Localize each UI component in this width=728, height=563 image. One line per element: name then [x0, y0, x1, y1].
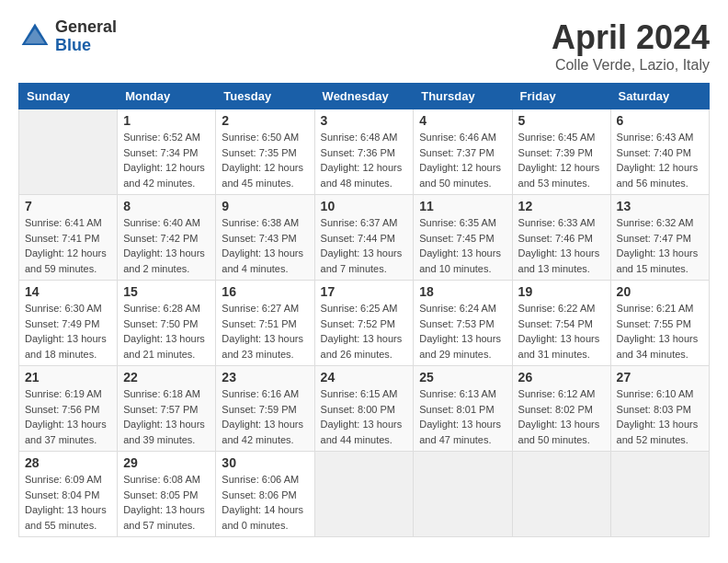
- day-info: Sunrise: 6:28 AM Sunset: 7:50 PM Dayligh…: [123, 301, 210, 362]
- day-number: 11: [419, 199, 506, 213]
- day-info: Sunrise: 6:24 AM Sunset: 7:53 PM Dayligh…: [419, 301, 506, 362]
- week-row-5: 28Sunrise: 6:09 AM Sunset: 8:04 PM Dayli…: [19, 452, 710, 537]
- day-info: Sunrise: 6:15 AM Sunset: 8:00 PM Dayligh…: [321, 386, 408, 447]
- logo-icon: [18, 20, 51, 53]
- calendar-cell: 4Sunrise: 6:46 AM Sunset: 7:37 PM Daylig…: [414, 109, 512, 195]
- day-number: 17: [321, 284, 408, 299]
- calendar: SundayMondayTuesdayWednesdayThursdayFrid…: [18, 83, 710, 537]
- day-number: 30: [222, 455, 308, 470]
- logo: General Blue: [18, 18, 117, 55]
- day-number: 8: [123, 199, 210, 213]
- day-info: Sunrise: 6:09 AM Sunset: 8:04 PM Dayligh…: [25, 472, 111, 533]
- day-info: Sunrise: 6:13 AM Sunset: 8:01 PM Dayligh…: [419, 386, 506, 447]
- title-block: April 2024 Colle Verde, Lazio, Italy: [552, 18, 710, 74]
- day-info: Sunrise: 6:37 AM Sunset: 7:44 PM Dayligh…: [321, 215, 408, 276]
- calendar-cell: [610, 452, 709, 537]
- day-info: Sunrise: 6:41 AM Sunset: 7:41 PM Dayligh…: [25, 215, 111, 276]
- calendar-cell: 23Sunrise: 6:16 AM Sunset: 7:59 PM Dayli…: [216, 366, 314, 452]
- day-number: 22: [123, 370, 210, 385]
- day-info: Sunrise: 6:35 AM Sunset: 7:45 PM Dayligh…: [419, 215, 506, 276]
- calendar-cell: 6Sunrise: 6:43 AM Sunset: 7:40 PM Daylig…: [610, 109, 709, 195]
- day-info: Sunrise: 6:16 AM Sunset: 7:59 PM Dayligh…: [222, 386, 308, 447]
- week-row-4: 21Sunrise: 6:19 AM Sunset: 7:56 PM Dayli…: [19, 366, 710, 452]
- day-number: 9: [222, 199, 308, 213]
- calendar-cell: 17Sunrise: 6:25 AM Sunset: 7:52 PM Dayli…: [314, 281, 414, 366]
- day-number: 12: [518, 199, 605, 213]
- calendar-cell: 20Sunrise: 6:21 AM Sunset: 7:55 PM Dayli…: [610, 281, 709, 366]
- calendar-cell: 30Sunrise: 6:06 AM Sunset: 8:06 PM Dayli…: [216, 452, 314, 537]
- calendar-cell: [314, 452, 414, 537]
- calendar-cell: 26Sunrise: 6:12 AM Sunset: 8:02 PM Dayli…: [512, 366, 610, 452]
- calendar-cell: 15Sunrise: 6:28 AM Sunset: 7:50 PM Dayli…: [118, 281, 216, 366]
- day-info: Sunrise: 6:52 AM Sunset: 7:34 PM Dayligh…: [123, 130, 210, 190]
- day-info: Sunrise: 6:45 AM Sunset: 7:39 PM Dayligh…: [518, 130, 605, 190]
- day-info: Sunrise: 6:06 AM Sunset: 8:06 PM Dayligh…: [222, 472, 308, 533]
- day-info: Sunrise: 6:38 AM Sunset: 7:43 PM Dayligh…: [222, 215, 308, 276]
- calendar-cell: 22Sunrise: 6:18 AM Sunset: 7:57 PM Dayli…: [118, 366, 216, 452]
- calendar-cell: 1Sunrise: 6:52 AM Sunset: 7:34 PM Daylig…: [118, 109, 216, 195]
- day-info: Sunrise: 6:30 AM Sunset: 7:49 PM Dayligh…: [25, 301, 111, 362]
- day-number: 29: [123, 455, 210, 470]
- weekday-header-tuesday: Tuesday: [216, 84, 314, 109]
- day-info: Sunrise: 6:22 AM Sunset: 7:54 PM Dayligh…: [518, 301, 605, 362]
- day-number: 24: [321, 370, 408, 385]
- location: Colle Verde, Lazio, Italy: [552, 57, 710, 74]
- day-number: 26: [518, 370, 605, 385]
- calendar-cell: 28Sunrise: 6:09 AM Sunset: 8:04 PM Dayli…: [19, 452, 118, 537]
- calendar-cell: [414, 452, 512, 537]
- day-number: 14: [25, 284, 111, 299]
- calendar-cell: 24Sunrise: 6:15 AM Sunset: 8:00 PM Dayli…: [314, 366, 414, 452]
- day-info: Sunrise: 6:46 AM Sunset: 7:37 PM Dayligh…: [419, 130, 506, 190]
- calendar-cell: 14Sunrise: 6:30 AM Sunset: 7:49 PM Dayli…: [19, 281, 118, 366]
- day-number: 18: [419, 284, 506, 299]
- day-number: 10: [321, 199, 408, 213]
- calendar-cell: 29Sunrise: 6:08 AM Sunset: 8:05 PM Dayli…: [118, 452, 216, 537]
- day-number: 3: [321, 113, 408, 128]
- day-number: 27: [617, 370, 703, 385]
- calendar-cell: [512, 452, 610, 537]
- week-row-2: 7Sunrise: 6:41 AM Sunset: 7:41 PM Daylig…: [19, 195, 710, 281]
- calendar-cell: 3Sunrise: 6:48 AM Sunset: 7:36 PM Daylig…: [314, 109, 414, 195]
- day-info: Sunrise: 6:43 AM Sunset: 7:40 PM Dayligh…: [617, 130, 703, 190]
- logo-blue: Blue: [55, 37, 117, 55]
- weekday-header-wednesday: Wednesday: [314, 84, 414, 109]
- weekday-header-thursday: Thursday: [414, 84, 512, 109]
- weekday-header-monday: Monday: [118, 84, 216, 109]
- day-number: 28: [25, 455, 111, 470]
- calendar-cell: 2Sunrise: 6:50 AM Sunset: 7:35 PM Daylig…: [216, 109, 314, 195]
- calendar-cell: 25Sunrise: 6:13 AM Sunset: 8:01 PM Dayli…: [414, 366, 512, 452]
- calendar-cell: [19, 109, 118, 195]
- day-number: 6: [617, 113, 703, 128]
- day-info: Sunrise: 6:21 AM Sunset: 7:55 PM Dayligh…: [617, 301, 703, 362]
- calendar-cell: 11Sunrise: 6:35 AM Sunset: 7:45 PM Dayli…: [414, 195, 512, 281]
- day-info: Sunrise: 6:25 AM Sunset: 7:52 PM Dayligh…: [321, 301, 408, 362]
- day-info: Sunrise: 6:19 AM Sunset: 7:56 PM Dayligh…: [25, 386, 111, 447]
- day-number: 5: [518, 113, 605, 128]
- calendar-cell: 21Sunrise: 6:19 AM Sunset: 7:56 PM Dayli…: [19, 366, 118, 452]
- day-info: Sunrise: 6:48 AM Sunset: 7:36 PM Dayligh…: [321, 130, 408, 190]
- day-info: Sunrise: 6:32 AM Sunset: 7:47 PM Dayligh…: [617, 215, 703, 276]
- page-header: General Blue April 2024 Colle Verde, Laz…: [18, 18, 710, 74]
- week-row-1: 1Sunrise: 6:52 AM Sunset: 7:34 PM Daylig…: [19, 109, 710, 195]
- day-info: Sunrise: 6:50 AM Sunset: 7:35 PM Dayligh…: [222, 130, 308, 190]
- day-number: 13: [617, 199, 703, 213]
- calendar-cell: 16Sunrise: 6:27 AM Sunset: 7:51 PM Dayli…: [216, 281, 314, 366]
- day-number: 25: [419, 370, 506, 385]
- day-number: 20: [617, 284, 703, 299]
- weekday-header-friday: Friday: [512, 84, 610, 109]
- week-row-3: 14Sunrise: 6:30 AM Sunset: 7:49 PM Dayli…: [19, 281, 710, 366]
- day-info: Sunrise: 6:27 AM Sunset: 7:51 PM Dayligh…: [222, 301, 308, 362]
- logo-general: General: [55, 18, 117, 37]
- calendar-cell: 18Sunrise: 6:24 AM Sunset: 7:53 PM Dayli…: [414, 281, 512, 366]
- day-info: Sunrise: 6:18 AM Sunset: 7:57 PM Dayligh…: [123, 386, 210, 447]
- day-info: Sunrise: 6:10 AM Sunset: 8:03 PM Dayligh…: [617, 386, 703, 447]
- calendar-cell: 13Sunrise: 6:32 AM Sunset: 7:47 PM Dayli…: [610, 195, 709, 281]
- day-info: Sunrise: 6:40 AM Sunset: 7:42 PM Dayligh…: [123, 215, 210, 276]
- day-number: 19: [518, 284, 605, 299]
- calendar-cell: 19Sunrise: 6:22 AM Sunset: 7:54 PM Dayli…: [512, 281, 610, 366]
- calendar-cell: 12Sunrise: 6:33 AM Sunset: 7:46 PM Dayli…: [512, 195, 610, 281]
- day-info: Sunrise: 6:08 AM Sunset: 8:05 PM Dayligh…: [123, 472, 210, 533]
- day-number: 16: [222, 284, 308, 299]
- day-info: Sunrise: 6:33 AM Sunset: 7:46 PM Dayligh…: [518, 215, 605, 276]
- calendar-cell: 8Sunrise: 6:40 AM Sunset: 7:42 PM Daylig…: [118, 195, 216, 281]
